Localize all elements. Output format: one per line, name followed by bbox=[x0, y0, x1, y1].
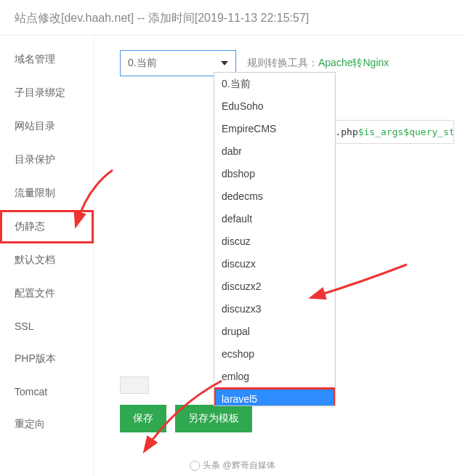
dropdown-item[interactable]: EduSoho bbox=[214, 95, 335, 118]
rule-tool-label: 规则转换工具： bbox=[247, 57, 318, 68]
watermark-text: 头条 @辉哥自媒体 bbox=[203, 459, 275, 472]
dropdown-item[interactable]: 0.当前 bbox=[214, 73, 335, 95]
dropdown-item[interactable]: ecshop bbox=[214, 343, 335, 366]
dropdown-item[interactable]: dedecms bbox=[214, 185, 335, 208]
template-select-value: 0.当前 bbox=[128, 57, 157, 70]
save-button[interactable]: 保存 bbox=[120, 405, 166, 432]
sidebar: 域名管理 子目录绑定 网站目录 目录保护 流量限制 伪静态 默认文档 配置文件 … bbox=[0, 36, 94, 476]
sidebar-item-dirprotect[interactable]: 目录保护 bbox=[0, 143, 94, 177]
dropdown-item[interactable]: dbshop bbox=[214, 163, 335, 185]
sidebar-item-tomcat[interactable]: Tomcat bbox=[0, 376, 94, 408]
sidebar-item-redirect[interactable]: 重定向 bbox=[0, 408, 94, 441]
save-as-template-button[interactable]: 另存为模板 bbox=[175, 405, 252, 432]
dropdown-item[interactable]: emlog bbox=[214, 366, 335, 388]
code-var: $is_args$query_string bbox=[358, 126, 454, 137]
caret-down-icon bbox=[221, 61, 228, 65]
sidebar-item-webdir[interactable]: 网站目录 bbox=[0, 110, 94, 143]
sidebar-item-ssl[interactable]: SSL bbox=[0, 310, 94, 342]
page-title: 站点修改[dev.haah.net] -- 添加时间[2019-11-13 22… bbox=[0, 0, 465, 36]
dropdown-item[interactable]: EmpireCMS bbox=[214, 118, 335, 140]
sidebar-item-subdir[interactable]: 子目录绑定 bbox=[0, 76, 94, 110]
dropdown-item[interactable]: drupal bbox=[214, 320, 335, 343]
spacer-box bbox=[120, 376, 149, 394]
dropdown-item[interactable]: default bbox=[214, 208, 335, 230]
template-dropdown[interactable]: 0.当前EduSohoEmpireCMSdabrdbshopdedecmsdef… bbox=[214, 72, 336, 406]
sidebar-item-traffic[interactable]: 流量限制 bbox=[0, 177, 94, 210]
sidebar-item-phpver[interactable]: PHP版本 bbox=[0, 342, 94, 376]
apache-to-nginx-link[interactable]: Apache转Nginx bbox=[318, 57, 389, 68]
watermark: 头条 @辉哥自媒体 bbox=[190, 459, 275, 472]
sidebar-item-domain[interactable]: 域名管理 bbox=[0, 43, 94, 76]
sidebar-item-config[interactable]: 配置文件 bbox=[0, 277, 94, 310]
dropdown-item[interactable]: laravel5 bbox=[214, 388, 335, 406]
main-panel: 0.当前 规则转换工具：Apache转Nginx ri $uri/ /index… bbox=[94, 36, 465, 476]
watermark-icon bbox=[190, 461, 200, 471]
dropdown-item[interactable]: dabr bbox=[214, 140, 335, 163]
dropdown-item[interactable]: discuz bbox=[214, 230, 335, 253]
sidebar-item-rewrite[interactable]: 伪静态 bbox=[0, 210, 94, 243]
dropdown-item[interactable]: discuzx bbox=[214, 253, 335, 275]
dropdown-item[interactable]: discuzx3 bbox=[214, 298, 335, 320]
sidebar-item-defaultdoc[interactable]: 默认文档 bbox=[0, 243, 94, 277]
dropdown-item[interactable]: discuzx2 bbox=[214, 275, 335, 298]
